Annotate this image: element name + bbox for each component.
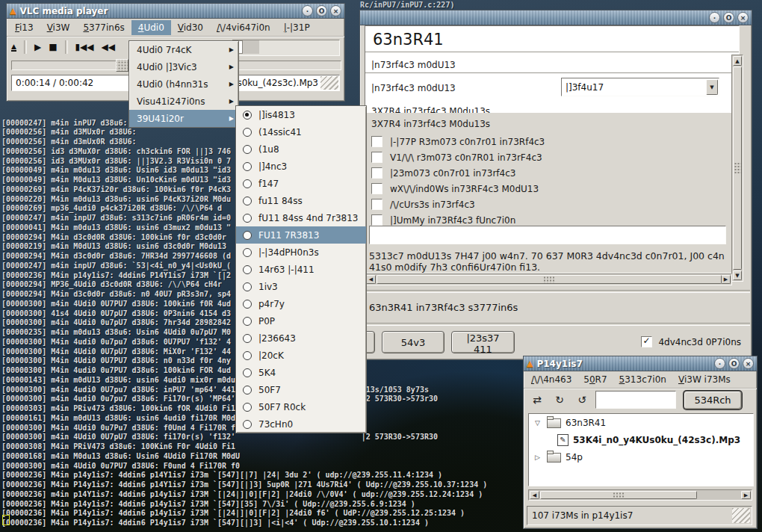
scrollbar-thumb[interactable]: [540, 491, 697, 499]
menu-item[interactable]: /\/4vi647i0n: [210, 20, 277, 35]
equalizer-menu-item[interactable]: |]4nc3: [236, 158, 366, 175]
resize-grip[interactable]: [320, 76, 338, 90]
checkbox-icon[interactable]: [371, 214, 382, 226]
interface-checkbox-row[interactable]: |-|77P R3m073 c0n7r01 in73Rf4c3: [365, 134, 739, 149]
interface-checkbox-row[interactable]: /\/cUrs3s in73rf4c3: [365, 197, 739, 212]
equalizer-menu-item[interactable]: fU11 84ss 4nd 7r3813: [236, 209, 366, 226]
prefs-titlebar[interactable]: · O ×: [360, 10, 752, 25]
close-button[interactable]: ×: [743, 358, 754, 369]
interface-checkbox-row[interactable]: V1/\/\ r3m073 c0n7R01 in73rF4c3: [365, 149, 739, 165]
scrollbar-thumb[interactable]: [377, 275, 722, 284]
playlist-tree-row[interactable]: ✎ 53K4i_n0_y4KUs0ku_(42s3c).Mp3: [529, 431, 753, 448]
menu-item[interactable]: Vid30: [171, 20, 210, 35]
equalizer-menu-item[interactable]: 50F7 R0ck: [236, 398, 366, 415]
playlist-tree-row[interactable]: ✎ 63n3R41: [529, 414, 753, 431]
maximize-button[interactable]: O: [316, 5, 327, 16]
previous-button[interactable]: ▮◀◀: [75, 42, 94, 52]
scrollbar-thumb[interactable]: [733, 66, 742, 270]
menu-item[interactable]: /\/\4n463: [525, 372, 577, 387]
interface-module-combo[interactable]: |]3f4u17 ▼: [561, 78, 719, 96]
checkbox-icon[interactable]: [371, 152, 382, 163]
tree-twisty-icon[interactable]: [535, 454, 542, 461]
horizontal-scrollbar[interactable]: ◀ ▶: [528, 489, 752, 501]
equalizer-menu-item[interactable]: FU11 7R3813: [236, 226, 366, 244]
equalizer-menu-item[interactable]: |20cK: [236, 347, 366, 364]
search-button[interactable]: 534Rch: [684, 391, 742, 409]
volume-slider[interactable]: [232, 40, 340, 56]
maximize-button[interactable]: O: [723, 12, 734, 23]
checkbox-icon[interactable]: [371, 167, 382, 179]
interface-checkbox-row[interactable]: wX\/\/ind0Ws in73RF4c3 M0dU13: [365, 181, 739, 197]
save-button[interactable]: 54v3: [382, 331, 444, 353]
custom-interface-input[interactable]: [369, 226, 726, 244]
menu-item[interactable]: 5377in6s: [76, 20, 131, 35]
vertical-scrollbar[interactable]: ▲ ▼: [731, 55, 743, 282]
menu-item[interactable]: 50R7: [577, 372, 613, 387]
equalizer-menu-item[interactable]: |-|34dPH0n3s: [236, 244, 366, 261]
search-input[interactable]: [595, 391, 676, 409]
equalizer-menu-item[interactable]: |236643: [236, 330, 366, 347]
maximize-button[interactable]: O: [728, 358, 740, 369]
audio-menu-item[interactable]: 4Udi0 |]3Vic3 ▶: [129, 58, 238, 75]
scroll-left-icon[interactable]: ◀: [366, 275, 376, 284]
scroll-left-icon[interactable]: ◀: [530, 491, 539, 499]
checkbox-icon[interactable]: [371, 183, 382, 194]
playlist-titlebar[interactable]: ▲ P14y1is7 · O ×: [524, 356, 757, 371]
time-display: 0:00:14 / 0:00:42: [11, 75, 131, 91]
horizontal-scrollbar[interactable]: ◀ ▶: [365, 273, 732, 285]
playlist-tree-row[interactable]: ✎ 54p: [529, 448, 753, 466]
scroll-up-icon[interactable]: ▲: [733, 56, 742, 66]
scroll-right-icon[interactable]: ▶: [721, 275, 731, 284]
equalizer-menu-item[interactable]: 50F7: [236, 381, 366, 398]
audio-menu-item[interactable]: 4Udi0 (h4nn31s ▶: [129, 75, 238, 93]
shade-button[interactable]: ·: [302, 5, 313, 16]
playlist-tree: ✎ 63n3R41 ✎ 53K4i_n0_y4KUs0ku_(42s3c).Mp…: [528, 413, 754, 486]
play-button[interactable]: ▶: [34, 42, 41, 52]
audio-menu-item[interactable]: 4Udi0 7r4cK ▶: [129, 41, 238, 58]
equalizer-menu-item[interactable]: 73cHn0: [236, 415, 366, 433]
checkbox-icon[interactable]: [371, 199, 382, 210]
equalizer-menu-item[interactable]: p4r7y: [236, 295, 366, 312]
seek-thumb[interactable]: [116, 59, 128, 72]
menu-item[interactable]: 4Udi0: [131, 20, 171, 35]
equalizer-menu-item[interactable]: (14ssic41: [236, 123, 366, 140]
close-button[interactable]: ×: [737, 12, 749, 23]
menu-item[interactable]: Vi3W i73Ms: [672, 372, 737, 387]
shade-button[interactable]: ·: [714, 358, 725, 369]
menu-item[interactable]: 5313c7i0n: [613, 372, 672, 387]
equalizer-menu-item[interactable]: 5K4: [236, 364, 366, 381]
equalizer-menu-item[interactable]: f147: [236, 175, 366, 192]
equalizer-menu-item[interactable]: (1u8: [236, 140, 366, 158]
checkbox-icon[interactable]: [641, 336, 652, 347]
audio-menu-item[interactable]: 39U41i20r ▶: [129, 110, 238, 127]
scroll-right-icon[interactable]: ▶: [741, 491, 751, 499]
vlc-titlebar[interactable]: ▲ VLC media player · O ×: [7, 4, 344, 19]
equalizer-menu: |]is4813 (14ssic41 (1u8 |]4nc3 f147 fu11…: [235, 105, 367, 433]
rewind-button[interactable]: ◀◀: [102, 42, 115, 52]
advanced-options-row[interactable]: 4dv4nc3d 0P7i0ns: [641, 336, 741, 347]
interface-checkbox-row[interactable]: |23m073 c0n7r01 in73rf4c3: [365, 165, 739, 181]
scroll-down-icon[interactable]: ▼: [733, 270, 742, 280]
equalizer-menu-item[interactable]: 14r63 |-|411: [236, 261, 366, 278]
random-icon[interactable]: ⇄: [528, 392, 546, 408]
tree-twisty-icon[interactable]: [535, 419, 542, 427]
equalizer-menu-item[interactable]: 1iv3: [236, 278, 366, 295]
shade-button[interactable]: ·: [709, 12, 720, 23]
audio-menu-item[interactable]: Visu41i247i0ns ▶: [129, 93, 238, 110]
eject-button[interactable]: ▲: [11, 43, 16, 52]
repeat-icon[interactable]: ↺: [573, 392, 591, 408]
menu-item[interactable]: |-|31P: [277, 20, 317, 35]
menu-item[interactable]: Fi13: [8, 20, 40, 35]
resize-grip[interactable]: [732, 508, 750, 523]
close-button[interactable]: ×: [330, 5, 341, 16]
loop-icon[interactable]: ↻: [551, 392, 569, 408]
equalizer-menu-item[interactable]: P0P: [236, 312, 366, 330]
equalizer-menu-item[interactable]: |]is4813: [236, 106, 366, 123]
playlist-statusbar: 107 i73Ms in p14y1is7: [527, 506, 752, 525]
menu-item[interactable]: Vi3W: [40, 20, 77, 35]
reset-all-button[interactable]: |23s37 411: [451, 331, 515, 353]
checkbox-icon[interactable]: [371, 136, 382, 147]
stop-button[interactable]: ■: [49, 42, 57, 52]
equalizer-menu-item[interactable]: fu11 84ss: [236, 192, 366, 209]
chevron-down-icon[interactable]: ▼: [706, 79, 718, 95]
